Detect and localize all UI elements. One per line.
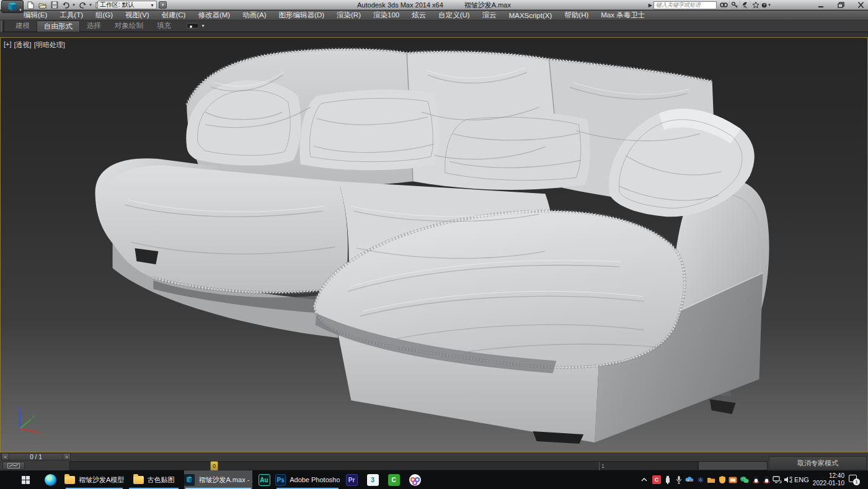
tray-network-icon[interactable] — [772, 475, 782, 485]
svg-text:z: z — [17, 405, 20, 410]
title-bar: ▼ ▼ ▼ 工作区: 默认 ▼ ▼ — [0, 0, 868, 10]
tray-shield-icon[interactable] — [717, 475, 727, 485]
favorites-star-icon[interactable] — [750, 1, 761, 9]
taskbar-item-render-client[interactable] — [405, 470, 424, 489]
time-slider[interactable]: 0 — [210, 461, 218, 471]
tray-cloud-icon[interactable] — [684, 475, 694, 485]
taskbar-item-folder-textures[interactable]: 古色贴图 — [128, 470, 180, 489]
tab-modeling[interactable]: 建模 — [9, 20, 37, 32]
frame-tick-label: 1 — [601, 463, 604, 469]
tray-clock[interactable]: 12:40 2022-01-10 — [810, 472, 844, 487]
taskbar-item-label: Adobe Photosho... — [290, 476, 340, 483]
taskbar-item-3dsmax-app[interactable]: 3 — [363, 470, 382, 489]
tray-time: 12:40 — [810, 472, 844, 480]
folder-icon — [133, 476, 144, 484]
tray-date: 2022-01-10 — [810, 480, 844, 487]
menu-modifiers[interactable]: 修改器(M) — [192, 11, 236, 20]
taskbar-item-label: 古色贴图 — [148, 475, 175, 485]
infocenter: ▶ ? ▼ — [649, 1, 771, 9]
tray-microphone-icon[interactable] — [674, 475, 684, 485]
minimize-button[interactable] — [816, 1, 826, 9]
help-icon[interactable]: ? ▼ — [761, 1, 771, 9]
render-client-icon — [409, 474, 421, 486]
menu-views[interactable]: 视图(V) — [119, 11, 155, 20]
menu-create[interactable]: 创建(C) — [155, 11, 192, 20]
svg-text:x: x — [40, 431, 42, 436]
time-track[interactable]: 1 0 — [69, 461, 698, 470]
communication-center-icon[interactable] — [740, 1, 750, 9]
folder-icon — [64, 476, 75, 484]
timeline-status-bar: < 0 / 1 > 1 0 取消专家模式 — [0, 452, 868, 470]
close-button[interactable] — [856, 1, 866, 9]
cancel-expert-mode-button[interactable]: 取消专家模式 — [769, 456, 867, 470]
menu-graph-editors[interactable]: 图形编辑器(D) — [273, 11, 330, 20]
menu-maxscript[interactable]: MAXScript(X) — [503, 11, 559, 20]
viewport-menu-shading[interactable]: [明暗处理] — [34, 40, 65, 50]
chevron-down-icon: ▼ — [768, 3, 771, 7]
tab-object-paint[interactable]: 对象绘制 — [108, 20, 150, 32]
windows-logo-icon — [22, 476, 30, 484]
tab-populate[interactable]: 填充 — [150, 20, 178, 32]
menu-help[interactable]: 帮助(H) — [558, 11, 595, 20]
menu-antivirus[interactable]: Max 杀毒卫士 — [595, 11, 651, 20]
taskbar-item-edge[interactable] — [38, 470, 62, 489]
audition-icon: Au — [259, 474, 270, 486]
notification-badge: 1 — [853, 478, 860, 485]
taskbar-item-label: 褶皱沙发A.max - ... — [198, 475, 252, 485]
chevron-down-icon: ▼ — [201, 24, 205, 28]
taskbar-item-folder-model[interactable]: 褶皱沙发A模型 — [64, 470, 124, 489]
subscription-key-icon[interactable] — [729, 1, 740, 9]
viewport-menu-pov[interactable]: [透视] — [14, 40, 32, 50]
tray-expand-chevron-icon[interactable] — [639, 475, 649, 485]
taskbar-item-3dsmax[interactable]: 褶皱沙发A.max - ... — [184, 470, 252, 489]
sofa-model[interactable]: z y x — [1, 38, 867, 452]
start-button[interactable] — [14, 470, 37, 489]
app-title: Autodesk 3ds Max 2014 x64 — [357, 1, 443, 9]
taskbar-item-premiere[interactable]: Pr — [342, 470, 361, 489]
tray-qq-icon[interactable] — [751, 475, 761, 485]
restore-button[interactable] — [836, 1, 846, 9]
mini-curve-editor-button[interactable] — [2, 462, 25, 470]
menu-render100[interactable]: 渲染100 — [367, 11, 405, 20]
ribbon-state-icon — [187, 23, 199, 29]
axis-gizmo: z y x — [17, 405, 42, 436]
tray-qq2-icon[interactable] — [761, 475, 771, 485]
tray-xuanyun-icon[interactable]: C — [652, 475, 662, 485]
viewport-menu-general[interactable]: [+] — [4, 40, 12, 50]
frame-display: 0 / 1 — [9, 453, 63, 460]
ribbon-tab-bar: 建模 自由形式 选择 对象绘制 填充 ▼ — [0, 20, 868, 32]
edge-browser-icon — [45, 474, 56, 486]
menu-group[interactable]: 组(G) — [89, 11, 119, 20]
camtasia-icon: C — [388, 474, 400, 486]
tray-folder-icon[interactable] — [706, 475, 716, 485]
menu-tools[interactable]: 工具(T) — [53, 11, 89, 20]
search-icon[interactable] — [719, 1, 729, 9]
tab-freeform[interactable]: 自由形式 — [37, 20, 80, 32]
tray-snowflake-icon[interactable]: ✳ — [696, 475, 706, 485]
menu-customize[interactable]: 自定义(U) — [432, 11, 476, 20]
tray-screenshot-icon[interactable] — [728, 475, 738, 485]
notification-center-button[interactable]: 1 — [847, 474, 858, 484]
menu-animation[interactable]: 动画(A) — [236, 11, 272, 20]
search-input[interactable] — [653, 1, 717, 9]
menu-xuanyun[interactable]: 炫云 — [405, 11, 432, 20]
prev-frame-button[interactable]: < — [1, 453, 9, 460]
perspective-viewport[interactable]: [+] [透视] [明暗处理] — [0, 37, 868, 452]
application-menu-button[interactable]: ▼ — [1, 0, 24, 13]
taskbar-item-camtasia[interactable]: C — [384, 470, 403, 489]
window-controls — [816, 0, 866, 10]
menu-xuancloud[interactable]: 渲云 — [476, 11, 503, 20]
tab-selection[interactable]: 选择 — [80, 20, 108, 32]
track-end-segment — [698, 461, 768, 470]
infocenter-toggle-icon[interactable]: ▶ — [649, 2, 652, 8]
tray-volume-icon[interactable] — [783, 475, 793, 485]
taskbar-item-audition[interactable]: Au — [255, 470, 273, 489]
ribbon-config-button[interactable]: ▼ — [187, 23, 205, 29]
taskbar-item-photoshop[interactable]: Ps Adobe Photosho... — [275, 470, 340, 489]
tray-language-indicator[interactable]: ENG — [794, 470, 809, 489]
tray-usb-icon[interactable] — [663, 475, 673, 485]
next-frame-button[interactable]: > — [63, 453, 71, 460]
frame-spinner: < 0 / 1 > — [1, 453, 71, 460]
tray-wechat-icon[interactable] — [739, 475, 749, 485]
menu-rendering[interactable]: 渲染(R) — [330, 11, 367, 20]
